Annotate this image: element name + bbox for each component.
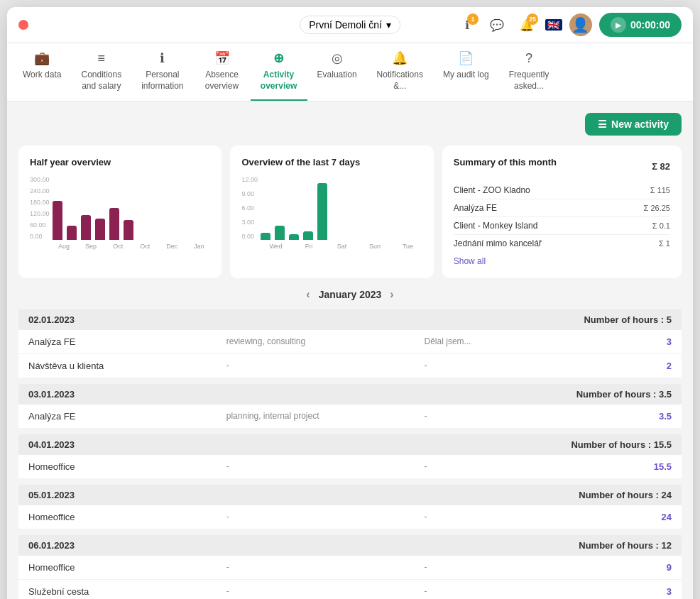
date-header-2: 04.01.2023Number of hours : 15.5 bbox=[18, 434, 682, 455]
briefcase-icon: 💼 bbox=[34, 50, 50, 67]
play-icon: ▶ bbox=[611, 17, 626, 33]
hours-label-4: Number of hours : 12 bbox=[579, 540, 672, 551]
tab-audit-log[interactable]: 📄 My audit log bbox=[433, 43, 499, 101]
top-actions: ☰ New activity bbox=[18, 113, 682, 136]
summary-row-3: Client - Monkey Island Σ 0.1 bbox=[454, 217, 670, 235]
bar-fri bbox=[275, 226, 285, 240]
timer-display: 00:00:00 bbox=[630, 19, 670, 31]
info-button[interactable]: ℹ 1 bbox=[456, 13, 478, 36]
charts-row: Half year overview 300.00 240.00 180.00 … bbox=[18, 145, 682, 278]
prev-month-arrow[interactable]: ‹ bbox=[306, 288, 310, 301]
activity-row-0-1: Návštěva u klienta - - 2 bbox=[18, 354, 682, 378]
act-tags-4-1: - bbox=[226, 586, 425, 596]
summary-row-4: Jednání mimo kancelář Σ 1 bbox=[454, 235, 670, 252]
last7-labels: Wed Fri Sat Sun Tue bbox=[261, 243, 422, 250]
main-content: ☰ New activity Half year overview 300.00… bbox=[7, 101, 693, 599]
date-header-4: 06.01.2023Number of hours : 12 bbox=[18, 535, 682, 556]
summary-val-1: Σ 115 bbox=[650, 186, 670, 194]
act-name-3-0: Homeoffice bbox=[28, 512, 226, 522]
activity-section-0: 02.01.2023Number of hours : 5 Analýza FE… bbox=[18, 309, 682, 378]
act-hours-0-1: 2 bbox=[622, 361, 672, 371]
act-note-1-0: - bbox=[425, 411, 623, 421]
tab-faq[interactable]: ? Frequentlyasked... bbox=[499, 43, 559, 101]
summary-name-1: Client - ZOO Kladno bbox=[454, 185, 530, 195]
bar-sat bbox=[289, 234, 299, 240]
info-badge: 1 bbox=[467, 13, 478, 25]
bar-sep bbox=[67, 226, 77, 240]
summary-row-2: Analýza FE Σ 26.25 bbox=[454, 199, 670, 217]
tab-conditions-label: Conditionsand salary bbox=[81, 70, 121, 92]
act-note-0-0: Dělal jsem... bbox=[425, 336, 623, 346]
chat-button[interactable]: 💬 bbox=[486, 13, 508, 36]
date-header-1: 03.01.2023Number of hours : 3.5 bbox=[18, 384, 682, 405]
act-note-4-0: - bbox=[425, 562, 623, 572]
date-label-4: 06.01.2023 bbox=[28, 540, 75, 551]
activity-row-4-0: Homeoffice - - 9 bbox=[18, 556, 682, 580]
act-tags-1-0: planning, internal project bbox=[226, 411, 425, 421]
tab-absence-overview[interactable]: 📅 Absenceoverview bbox=[194, 43, 251, 101]
bar-sun bbox=[303, 231, 313, 240]
notifications-button[interactable]: 🔔 25 bbox=[515, 13, 538, 36]
tab-personal-info[interactable]: ℹ Personalinformation bbox=[131, 43, 193, 101]
last7-y-axis: 12.00 9.00 6.00 3.00 0.00 bbox=[241, 176, 258, 240]
notifications-nav-icon: 🔔 bbox=[392, 50, 408, 67]
summary-title: Summary of this month bbox=[454, 157, 557, 167]
avatar[interactable]: 👤 bbox=[569, 13, 592, 36]
act-note-0-1: - bbox=[425, 361, 623, 370]
act-note-2-0: - bbox=[425, 461, 623, 471]
last7-title: Overview of the last 7 days bbox=[241, 157, 422, 167]
half-year-card: Half year overview 300.00 240.00 180.00 … bbox=[18, 145, 222, 278]
date-label-3: 05.01.2023 bbox=[28, 490, 75, 500]
tab-personal-label: Personalinformation bbox=[141, 70, 183, 92]
tab-evaluation[interactable]: ◎ Evaluation bbox=[307, 43, 367, 101]
half-year-title: Half year overview bbox=[30, 157, 210, 167]
tab-evaluation-label: Evaluation bbox=[317, 70, 357, 81]
date-header-0: 02.01.2023Number of hours : 5 bbox=[18, 309, 682, 330]
hours-label-1: Number of hours : 3.5 bbox=[576, 389, 672, 400]
activity-row-1-0: Analýza FE planning, internal project - … bbox=[18, 405, 682, 429]
act-hours-4-1: 3 bbox=[622, 586, 672, 597]
show-all-link[interactable]: Show all bbox=[454, 256, 486, 266]
summary-row-1: Client - ZOO Kladno Σ 115 bbox=[454, 182, 670, 199]
act-hours-3-0: 24 bbox=[622, 512, 672, 522]
summary-header: Summary of this month Σ 82 bbox=[454, 157, 670, 176]
half-year-chart: 300.00 240.00 180.00 120.00 60.00 0.00 bbox=[30, 176, 210, 254]
bar-jan bbox=[124, 220, 133, 240]
act-note-4-1: - bbox=[425, 586, 623, 596]
next-month-arrow[interactable]: › bbox=[390, 288, 393, 301]
act-hours-2-0: 15.5 bbox=[622, 461, 672, 472]
hours-label-0: Number of hours : 5 bbox=[584, 314, 672, 325]
activity-section-4: 06.01.2023Number of hours : 12 Homeoffic… bbox=[18, 535, 682, 599]
act-tags-0-0: reviewing, consulting bbox=[226, 336, 425, 346]
user-name: První Demoli ční bbox=[309, 19, 382, 31]
last7-card: Overview of the last 7 days 12.00 9.00 6… bbox=[230, 145, 433, 278]
act-hours-1-0: 3.5 bbox=[622, 411, 672, 422]
tab-activity-overview[interactable]: ⊕ Activityoverview bbox=[251, 43, 307, 101]
summary-val-3: Σ 0.1 bbox=[652, 221, 670, 230]
hours-label-3: Number of hours : 24 bbox=[579, 490, 672, 500]
bar-wed bbox=[261, 233, 270, 240]
activity-list: 02.01.2023Number of hours : 5 Analýza FE… bbox=[18, 309, 682, 599]
activity-section-1: 03.01.2023Number of hours : 3.5 Analýza … bbox=[18, 384, 682, 429]
tab-notifications[interactable]: 🔔 Notifications&... bbox=[367, 43, 433, 101]
summary-name-4: Jednání mimo kancelář bbox=[454, 238, 542, 248]
activity-icon: ⊕ bbox=[273, 50, 284, 67]
chat-icon: 💬 bbox=[490, 18, 504, 32]
new-activity-button[interactable]: ☰ New activity bbox=[585, 113, 682, 136]
half-year-y-axis: 300.00 240.00 180.00 120.00 60.00 0.00 bbox=[30, 176, 50, 240]
timer-button[interactable]: ▶ 00:00:00 bbox=[599, 13, 682, 37]
tab-conditions-salary[interactable]: ≡ Conditionsand salary bbox=[71, 43, 131, 101]
activity-row-0-0: Analýza FE reviewing, consulting Dělal j… bbox=[18, 330, 682, 354]
audit-icon: 📄 bbox=[458, 50, 474, 67]
act-tags-2-0: - bbox=[226, 461, 425, 471]
language-flag[interactable]: 🇬🇧 bbox=[545, 19, 562, 31]
act-name-0-0: Analýza FE bbox=[28, 336, 226, 347]
absence-icon: 📅 bbox=[214, 50, 230, 67]
user-dropdown[interactable]: První Demoli ční ▾ bbox=[300, 16, 400, 34]
notifications-badge: 25 bbox=[527, 13, 538, 25]
activity-section-2: 04.01.2023Number of hours : 15.5 Homeoff… bbox=[18, 434, 682, 479]
tab-work-data[interactable]: 💼 Work data bbox=[13, 43, 71, 101]
close-button[interactable]: × bbox=[18, 20, 28, 30]
titlebar: × První Demoli ční ▾ ℹ 1 💬 🔔 25 🇬🇧 � bbox=[7, 7, 693, 43]
month-nav: ‹ January 2023 › bbox=[18, 288, 682, 301]
